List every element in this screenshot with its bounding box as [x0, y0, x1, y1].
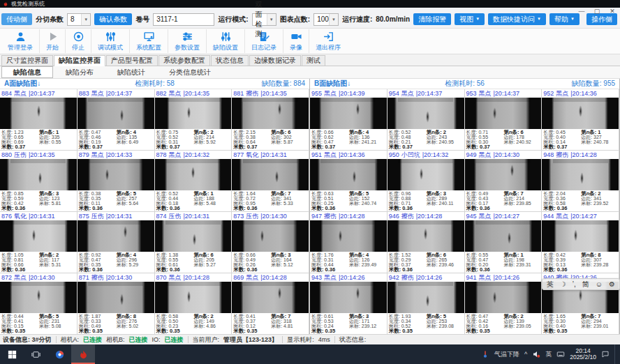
- confirm-strips-button[interactable]: 确认条数: [94, 13, 132, 25]
- defect-cell[interactable]: 948 擦伤 |20:14:28 长度:2.04 宽度:0.36 面积:0.58…: [542, 151, 619, 212]
- task-view-button[interactable]: [24, 344, 47, 364]
- defect-image[interactable]: [78, 98, 154, 129]
- defect-image[interactable]: [465, 159, 542, 190]
- tray-expand-chevron[interactable]: ^: [524, 351, 527, 358]
- minimize-button[interactable]: —: [577, 8, 586, 15]
- defect-image[interactable]: [232, 220, 309, 252]
- chart-points-select[interactable]: 100 ▼: [313, 13, 339, 26]
- action-sliders-h-button[interactable]: 参数设置: [168, 29, 206, 53]
- defect-cell[interactable]: 944 黑点 |20:14:27 长度:0.42 宽度:0.39 面积:0.13…: [542, 212, 619, 273]
- main-tab-3[interactable]: 系统参数配置: [158, 55, 210, 66]
- defect-image[interactable]: [542, 159, 619, 190]
- defect-image[interactable]: [232, 282, 309, 313]
- defect-cell[interactable]: 878 黑点 |20:14:32 长度:0.52 宽度:0.44 面积:0.18…: [155, 151, 232, 212]
- defect-image[interactable]: [232, 98, 309, 129]
- maximize-button[interactable]: ▢: [592, 8, 602, 15]
- defect-image[interactable]: [542, 98, 619, 129]
- help-menu-button[interactable]: 帮助▼: [549, 13, 580, 25]
- taskbar-clock[interactable]: 20:14 2025/2/10: [570, 348, 596, 361]
- defect-image[interactable]: [465, 220, 542, 252]
- defect-cell[interactable]: 877 氧化 |20:14:31 长度:1.64 宽度:0.72 面积:0.95…: [232, 151, 309, 212]
- defect-image[interactable]: [310, 282, 387, 313]
- ime-simplified[interactable]: 简: [582, 281, 589, 288]
- notification-center-icon[interactable]: [601, 350, 610, 358]
- main-tab-6[interactable]: 测试: [302, 55, 325, 66]
- defect-cell[interactable]: 876 氧化 |20:14:31 长度:1.05 宽度:0.81 面积:0.66…: [0, 212, 78, 273]
- defect-image[interactable]: [0, 220, 77, 252]
- defect-image[interactable]: [542, 220, 619, 252]
- defect-cell[interactable]: 950 小凹坑 |20:14:32 长度:0.96 宽度:0.88 面积:0.7…: [388, 151, 465, 212]
- action-exit-button[interactable]: 退出程序: [309, 29, 347, 53]
- defect-cell[interactable]: 884 黑点 |20:14:37 长度:1.23 宽度:0.65 面积:0.69…: [0, 89, 78, 151]
- strip-count-select[interactable]: 8 ▼: [67, 13, 91, 26]
- ime-moon-icon[interactable]: ☽: [560, 281, 566, 288]
- sub-tab-2[interactable]: 缺陷统计: [106, 67, 156, 77]
- defect-cell[interactable]: 869 黑点 |20:14:28 长度:0.41 宽度:0.37 面积:0.12…: [232, 273, 309, 335]
- browser-taskbar-button[interactable]: [47, 344, 71, 364]
- defect-cell[interactable]: 870 黑点 |20:14:28 长度:0.58 宽度:0.50 面积:0.23…: [155, 273, 232, 335]
- input-language-indicator[interactable]: 英: [545, 350, 552, 359]
- main-tab-2[interactable]: 产品型号配置: [106, 55, 158, 66]
- main-tab-4[interactable]: 状态信息: [211, 55, 249, 66]
- defect-image[interactable]: [465, 98, 542, 129]
- action-sliders-v2-button[interactable]: 缺陷设置: [206, 29, 244, 53]
- defect-cell[interactable]: 942 擦伤 |20:14:26 长度:1.93 宽度:0.34 面积:0.52…: [388, 273, 465, 335]
- defect-image[interactable]: [388, 98, 464, 129]
- defect-cell[interactable]: 882 黑点 |20:14:35 长度:0.75 宽度:0.52 面积:0.31…: [155, 89, 232, 151]
- defect-cell[interactable]: 941 黑点 |20:14:26 长度:0.47 宽度:0.42 面积:0.16…: [465, 273, 542, 335]
- defect-cell[interactable]: 874 压伤 |20:14:31 长度:1.38 宽度:0.55 面积:0.61…: [155, 212, 232, 273]
- defect-image[interactable]: [0, 159, 77, 190]
- defect-image[interactable]: [310, 98, 387, 129]
- defect-image[interactable]: [232, 159, 309, 190]
- ime-punctuation[interactable]: ’,: [573, 281, 576, 288]
- defect-cell[interactable]: 947 擦伤 |20:14:28 长度:1.76 宽度:0.31 面积:0.44…: [310, 212, 388, 273]
- defect-image[interactable]: [0, 98, 77, 129]
- speaker-icon[interactable]: [532, 350, 540, 358]
- drive-side-button[interactable]: 传动侧: [1, 13, 32, 25]
- ime-toolbar[interactable]: 英☽’,简☺⚙: [542, 278, 620, 290]
- defect-cell[interactable]: 943 黑点 |20:14:26 长度:0.61 宽度:0.53 面积:0.24…: [310, 273, 388, 335]
- clear-alarm-button[interactable]: 清除报警: [413, 13, 451, 25]
- main-tab-0[interactable]: 尺寸监控界面: [1, 55, 53, 66]
- defect-cell[interactable]: 880 压伤 |20:14:35 长度:0.85 宽度:0.59 面积:0.42…: [0, 151, 78, 212]
- action-monitor-button[interactable]: 系统配置: [129, 29, 168, 53]
- defect-image[interactable]: [155, 282, 232, 313]
- sub-tab-0[interactable]: 缺陷信息: [1, 66, 53, 78]
- defect-image[interactable]: [465, 282, 542, 313]
- defect-cell[interactable]: 953 黑点 |20:14:37 长度:0.71 宽度:0.55 面积:0.30…: [465, 89, 542, 151]
- action-camera-button[interactable]: 录像: [283, 29, 309, 53]
- defect-cell[interactable]: 955 黑点 |20:14:39 长度:0.66 宽度:0.62 面积:0.47…: [310, 89, 388, 151]
- main-tab-5[interactable]: 边缘数据记录: [249, 55, 301, 66]
- run-mode-select[interactable]: 双面检测 ▼: [252, 13, 276, 26]
- defect-image[interactable]: [155, 98, 232, 129]
- defect-cell[interactable]: 875 压伤 |20:14:31 长度:0.92 宽度:0.47 面积:0.35…: [78, 212, 155, 273]
- defect-cell[interactable]: 946 擦伤 |20:14:28 长度:1.52 宽度:0.29 面积:0.37…: [388, 212, 465, 273]
- thermometer-icon[interactable]: [481, 350, 489, 358]
- defect-image[interactable]: [0, 282, 77, 313]
- defect-cell[interactable]: 954 黑点 |20:14:37 长度:0.52 宽度:0.48 面积:0.21…: [388, 89, 465, 151]
- show-desktop-strip[interactable]: [614, 344, 617, 364]
- defect-cell[interactable]: 883 黑点 |20:14:37 长度:0.47 宽度:0.46 面积:0.19…: [78, 89, 155, 151]
- defect-cell[interactable]: 952 黑点 |20:14:36 长度:0.45 宽度:0.40 面积:0.14…: [542, 89, 619, 151]
- touch-keyboard-icon[interactable]: [556, 350, 565, 358]
- defect-cell[interactable]: 871 擦伤 |20:14:30 长度:1.87 宽度:0.33 面积:0.49…: [78, 273, 155, 335]
- roll-number-input[interactable]: [153, 13, 214, 26]
- defect-cell[interactable]: 951 黑点 |20:14:36 长度:0.63 宽度:0.51 面积:0.25…: [310, 151, 388, 212]
- ime-lang-english[interactable]: 英: [547, 281, 554, 288]
- defect-cell[interactable]: 949 黑点 |20:14:30 长度:0.49 宽度:0.43 面积:0.17…: [465, 151, 542, 212]
- defect-image[interactable]: [388, 220, 464, 252]
- action-stop-button[interactable]: 停止: [65, 29, 91, 53]
- sub-tab-3[interactable]: 分类信息统计: [158, 67, 222, 77]
- defect-image[interactable]: [155, 159, 232, 190]
- defect-cell[interactable]: 945 黑点 |20:14:27 长度:0.55 宽度:0.47 面积:0.20…: [465, 212, 542, 273]
- defect-image[interactable]: [78, 282, 154, 313]
- action-play-button[interactable]: 开始: [39, 29, 65, 53]
- defect-cell[interactable]: 872 黑点 |20:14:30 长度:0.44 宽度:0.41 面积:0.15…: [0, 273, 78, 335]
- sub-tab-1[interactable]: 缺陷分布: [54, 67, 105, 77]
- defect-image[interactable]: [310, 159, 387, 190]
- defect-image[interactable]: [388, 282, 464, 313]
- view-menu-button[interactable]: 视图▼: [455, 13, 485, 25]
- main-tab-1[interactable]: 缺陷监控界面: [54, 55, 105, 66]
- action-sliders-v-button[interactable]: 调试模式: [91, 29, 129, 53]
- defect-cell[interactable]: 873 压伤 |20:14:30 长度:0.66 宽度:0.49 面积:0.26…: [232, 212, 309, 273]
